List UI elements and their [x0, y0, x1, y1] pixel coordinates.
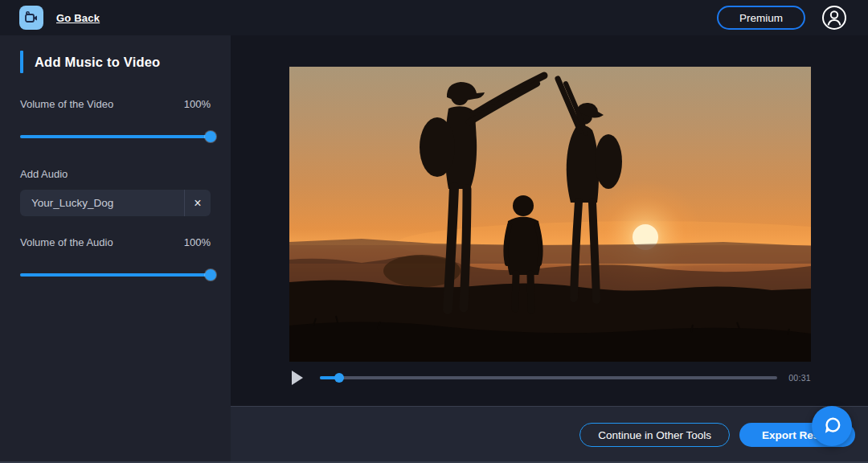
sidebar: Add Music to Video Volume of the Video 1… — [0, 35, 231, 463]
video-camera-icon — [23, 10, 39, 26]
title-accent-bar — [20, 51, 23, 73]
audio-volume-slider[interactable] — [20, 269, 211, 281]
continue-other-tools-button[interactable]: Continue in Other Tools — [579, 423, 730, 447]
video-preview[interactable] — [289, 67, 811, 362]
premium-button[interactable]: Premium — [717, 6, 805, 30]
seek-thumb[interactable] — [334, 373, 344, 383]
audio-volume-row: Volume of the Audio 100% — [20, 236, 211, 248]
footer-bar: Continue in Other Tools Export Result — [231, 406, 868, 463]
duration-label: 00:31 — [788, 373, 811, 383]
topbar-right: Premium — [717, 5, 847, 31]
video-volume-row: Volume of the Video 100% — [20, 98, 211, 110]
tool-title-row: Add Music to Video — [20, 51, 211, 73]
video-volume-value: 100% — [184, 98, 211, 110]
play-icon — [291, 370, 304, 386]
audio-file-name: Your_Lucky_Dog — [20, 197, 184, 209]
seek-bar[interactable] — [320, 372, 777, 383]
app-logo[interactable] — [19, 6, 43, 30]
audio-file-chip[interactable]: Your_Lucky_Dog × — [20, 190, 211, 216]
slider-fill — [20, 273, 211, 277]
audio-volume-label: Volume of the Audio — [20, 236, 113, 248]
player-controls: 00:31 — [289, 365, 811, 391]
slider-thumb[interactable] — [205, 131, 216, 142]
main-area: 00:31 Continue in Other Tools Export Res… — [231, 35, 868, 463]
remove-audio-button[interactable]: × — [185, 190, 211, 216]
slider-fill — [20, 135, 211, 138]
video-volume-slider[interactable] — [20, 131, 211, 142]
app-window: Go Back Premium Add Music to Video Volum… — [0, 0, 868, 463]
slider-thumb[interactable] — [205, 269, 216, 281]
seek-track — [320, 376, 777, 379]
video-volume-label: Volume of the Video — [20, 98, 113, 110]
sunset-family-video-frame — [289, 67, 811, 362]
chat-bubble-icon — [818, 412, 845, 440]
seek-fill — [320, 376, 339, 379]
audio-volume-value: 100% — [184, 236, 211, 248]
user-icon[interactable] — [821, 5, 847, 31]
chat-widget-button[interactable] — [812, 406, 852, 446]
top-bar: Go Back Premium — [0, 0, 868, 35]
page-title: Add Music to Video — [35, 55, 160, 70]
play-button[interactable] — [291, 369, 305, 387]
add-audio-label: Add Audio — [20, 168, 211, 180]
go-back-link[interactable]: Go Back — [56, 12, 100, 24]
